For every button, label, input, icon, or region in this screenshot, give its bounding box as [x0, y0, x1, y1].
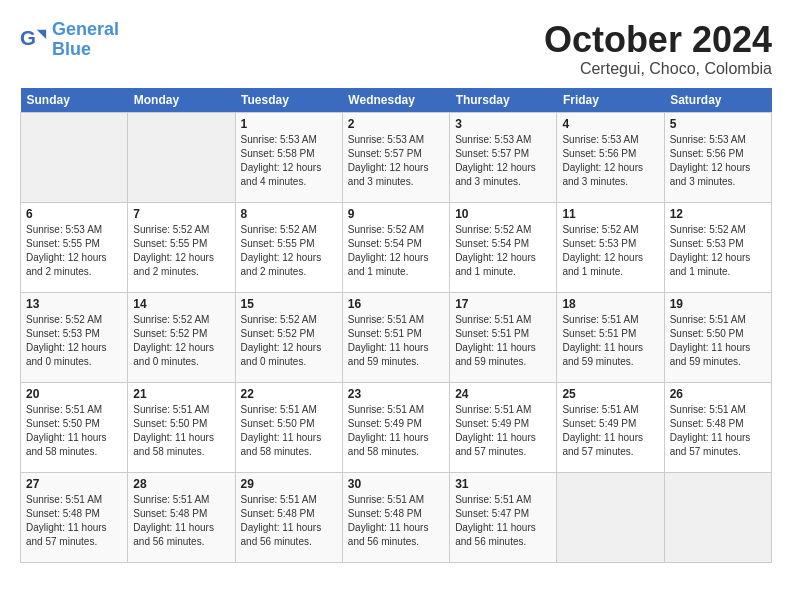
calendar-table: SundayMondayTuesdayWednesdayThursdayFrid…	[20, 88, 772, 563]
day-info: Sunrise: 5:52 AM Sunset: 5:52 PM Dayligh…	[133, 313, 229, 369]
day-cell: 19Sunrise: 5:51 AM Sunset: 5:50 PM Dayli…	[664, 292, 771, 382]
day-cell: 22Sunrise: 5:51 AM Sunset: 5:50 PM Dayli…	[235, 382, 342, 472]
day-info: Sunrise: 5:51 AM Sunset: 5:51 PM Dayligh…	[455, 313, 551, 369]
day-cell: 18Sunrise: 5:51 AM Sunset: 5:51 PM Dayli…	[557, 292, 664, 382]
day-number: 1	[241, 117, 337, 131]
title-block: October 2024 Certegui, Choco, Colombia	[544, 20, 772, 78]
day-cell: 16Sunrise: 5:51 AM Sunset: 5:51 PM Dayli…	[342, 292, 449, 382]
day-number: 17	[455, 297, 551, 311]
day-number: 10	[455, 207, 551, 221]
day-cell: 10Sunrise: 5:52 AM Sunset: 5:54 PM Dayli…	[450, 202, 557, 292]
logo-icon: G	[20, 26, 48, 54]
day-cell: 5Sunrise: 5:53 AM Sunset: 5:56 PM Daylig…	[664, 112, 771, 202]
day-info: Sunrise: 5:51 AM Sunset: 5:50 PM Dayligh…	[133, 403, 229, 459]
day-cell: 31Sunrise: 5:51 AM Sunset: 5:47 PM Dayli…	[450, 472, 557, 562]
col-header-friday: Friday	[557, 88, 664, 113]
day-number: 7	[133, 207, 229, 221]
day-number: 26	[670, 387, 766, 401]
logo: G General Blue	[20, 20, 119, 60]
day-info: Sunrise: 5:53 AM Sunset: 5:56 PM Dayligh…	[562, 133, 658, 189]
day-info: Sunrise: 5:53 AM Sunset: 5:57 PM Dayligh…	[348, 133, 444, 189]
day-cell: 8Sunrise: 5:52 AM Sunset: 5:55 PM Daylig…	[235, 202, 342, 292]
day-cell: 29Sunrise: 5:51 AM Sunset: 5:48 PM Dayli…	[235, 472, 342, 562]
day-cell	[664, 472, 771, 562]
day-info: Sunrise: 5:51 AM Sunset: 5:48 PM Dayligh…	[670, 403, 766, 459]
day-cell: 27Sunrise: 5:51 AM Sunset: 5:48 PM Dayli…	[21, 472, 128, 562]
day-number: 2	[348, 117, 444, 131]
location: Certegui, Choco, Colombia	[544, 60, 772, 78]
day-cell: 20Sunrise: 5:51 AM Sunset: 5:50 PM Dayli…	[21, 382, 128, 472]
day-number: 3	[455, 117, 551, 131]
day-number: 30	[348, 477, 444, 491]
logo-line2: Blue	[52, 39, 91, 59]
logo-line1: General	[52, 19, 119, 39]
day-number: 23	[348, 387, 444, 401]
day-info: Sunrise: 5:52 AM Sunset: 5:53 PM Dayligh…	[670, 223, 766, 279]
day-number: 16	[348, 297, 444, 311]
day-cell: 30Sunrise: 5:51 AM Sunset: 5:48 PM Dayli…	[342, 472, 449, 562]
day-info: Sunrise: 5:52 AM Sunset: 5:52 PM Dayligh…	[241, 313, 337, 369]
day-number: 5	[670, 117, 766, 131]
day-number: 9	[348, 207, 444, 221]
day-cell: 3Sunrise: 5:53 AM Sunset: 5:57 PM Daylig…	[450, 112, 557, 202]
week-row-4: 20Sunrise: 5:51 AM Sunset: 5:50 PM Dayli…	[21, 382, 772, 472]
day-cell: 4Sunrise: 5:53 AM Sunset: 5:56 PM Daylig…	[557, 112, 664, 202]
day-info: Sunrise: 5:51 AM Sunset: 5:48 PM Dayligh…	[26, 493, 122, 549]
day-info: Sunrise: 5:53 AM Sunset: 5:56 PM Dayligh…	[670, 133, 766, 189]
day-number: 19	[670, 297, 766, 311]
day-cell: 15Sunrise: 5:52 AM Sunset: 5:52 PM Dayli…	[235, 292, 342, 382]
day-number: 22	[241, 387, 337, 401]
day-number: 27	[26, 477, 122, 491]
day-cell: 28Sunrise: 5:51 AM Sunset: 5:48 PM Dayli…	[128, 472, 235, 562]
day-cell: 25Sunrise: 5:51 AM Sunset: 5:49 PM Dayli…	[557, 382, 664, 472]
day-info: Sunrise: 5:52 AM Sunset: 5:54 PM Dayligh…	[348, 223, 444, 279]
day-number: 28	[133, 477, 229, 491]
header-row: SundayMondayTuesdayWednesdayThursdayFrid…	[21, 88, 772, 113]
day-info: Sunrise: 5:51 AM Sunset: 5:50 PM Dayligh…	[241, 403, 337, 459]
week-row-1: 1Sunrise: 5:53 AM Sunset: 5:58 PM Daylig…	[21, 112, 772, 202]
col-header-sunday: Sunday	[21, 88, 128, 113]
day-number: 8	[241, 207, 337, 221]
day-info: Sunrise: 5:51 AM Sunset: 5:48 PM Dayligh…	[241, 493, 337, 549]
day-cell: 7Sunrise: 5:52 AM Sunset: 5:55 PM Daylig…	[128, 202, 235, 292]
week-row-5: 27Sunrise: 5:51 AM Sunset: 5:48 PM Dayli…	[21, 472, 772, 562]
page-header: G General Blue October 2024 Certegui, Ch…	[20, 20, 772, 78]
col-header-monday: Monday	[128, 88, 235, 113]
day-cell: 12Sunrise: 5:52 AM Sunset: 5:53 PM Dayli…	[664, 202, 771, 292]
day-number: 14	[133, 297, 229, 311]
month-title: October 2024	[544, 20, 772, 60]
day-info: Sunrise: 5:51 AM Sunset: 5:49 PM Dayligh…	[455, 403, 551, 459]
day-info: Sunrise: 5:53 AM Sunset: 5:58 PM Dayligh…	[241, 133, 337, 189]
day-cell: 21Sunrise: 5:51 AM Sunset: 5:50 PM Dayli…	[128, 382, 235, 472]
day-cell: 14Sunrise: 5:52 AM Sunset: 5:52 PM Dayli…	[128, 292, 235, 382]
logo-text: General Blue	[52, 20, 119, 60]
day-number: 11	[562, 207, 658, 221]
week-row-3: 13Sunrise: 5:52 AM Sunset: 5:53 PM Dayli…	[21, 292, 772, 382]
svg-text:G: G	[20, 26, 36, 49]
day-number: 20	[26, 387, 122, 401]
svg-marker-1	[37, 30, 46, 39]
day-cell: 2Sunrise: 5:53 AM Sunset: 5:57 PM Daylig…	[342, 112, 449, 202]
day-number: 24	[455, 387, 551, 401]
day-info: Sunrise: 5:51 AM Sunset: 5:51 PM Dayligh…	[348, 313, 444, 369]
col-header-wednesday: Wednesday	[342, 88, 449, 113]
day-number: 18	[562, 297, 658, 311]
day-info: Sunrise: 5:51 AM Sunset: 5:49 PM Dayligh…	[562, 403, 658, 459]
day-cell: 23Sunrise: 5:51 AM Sunset: 5:49 PM Dayli…	[342, 382, 449, 472]
day-number: 12	[670, 207, 766, 221]
day-cell: 26Sunrise: 5:51 AM Sunset: 5:48 PM Dayli…	[664, 382, 771, 472]
day-info: Sunrise: 5:52 AM Sunset: 5:53 PM Dayligh…	[562, 223, 658, 279]
day-number: 15	[241, 297, 337, 311]
day-cell: 1Sunrise: 5:53 AM Sunset: 5:58 PM Daylig…	[235, 112, 342, 202]
day-info: Sunrise: 5:51 AM Sunset: 5:50 PM Dayligh…	[670, 313, 766, 369]
day-info: Sunrise: 5:53 AM Sunset: 5:55 PM Dayligh…	[26, 223, 122, 279]
day-number: 29	[241, 477, 337, 491]
day-cell: 24Sunrise: 5:51 AM Sunset: 5:49 PM Dayli…	[450, 382, 557, 472]
day-number: 25	[562, 387, 658, 401]
day-number: 4	[562, 117, 658, 131]
day-number: 13	[26, 297, 122, 311]
day-cell: 6Sunrise: 5:53 AM Sunset: 5:55 PM Daylig…	[21, 202, 128, 292]
day-info: Sunrise: 5:51 AM Sunset: 5:48 PM Dayligh…	[133, 493, 229, 549]
day-info: Sunrise: 5:51 AM Sunset: 5:47 PM Dayligh…	[455, 493, 551, 549]
day-cell	[128, 112, 235, 202]
